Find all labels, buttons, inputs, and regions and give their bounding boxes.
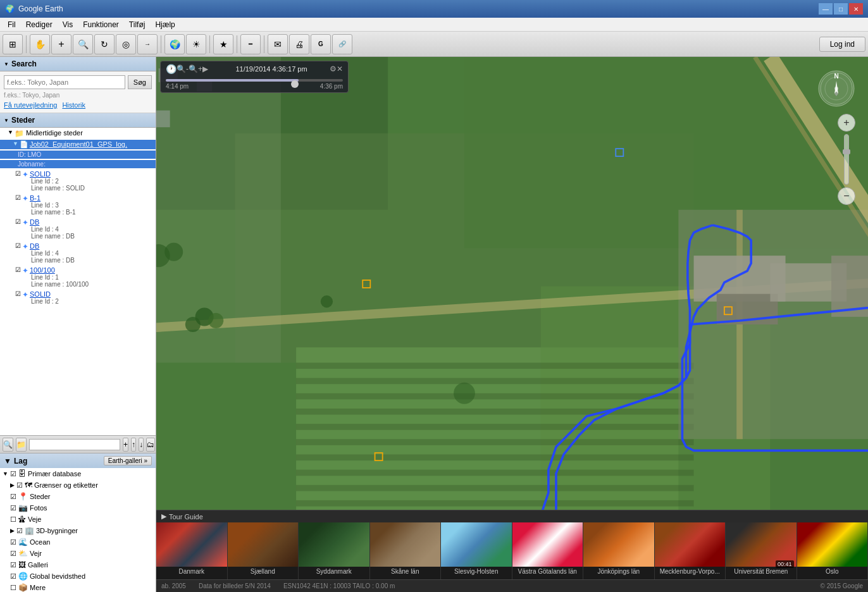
- places-tree[interactable]: ▼ 📁 Midlertidige steder ▼ 📄 Job02_Equipm…: [0, 128, 156, 435]
- folder-button[interactable]: 📁: [16, 438, 27, 452]
- checkbox-icon[interactable]: ☑: [10, 561, 16, 569]
- tilt-button[interactable]: ◎: [116, 34, 136, 54]
- tour-thumb-sjaelland[interactable]: Sjælland: [228, 522, 299, 579]
- layer-3d-buildings[interactable]: ▶ ☑ 🏢 3D-bygninger: [0, 525, 156, 536]
- email-button[interactable]: ✉: [268, 34, 288, 54]
- checkbox-icon[interactable]: ☑: [16, 481, 23, 490]
- layer-places[interactable]: ☑ 📍 Steder: [0, 491, 156, 502]
- view-mode-button[interactable]: ⊞: [3, 34, 23, 54]
- tour-collapse-icon[interactable]: ▶: [161, 512, 166, 521]
- nav-button[interactable]: →: [137, 34, 158, 54]
- map-area[interactable]: 🕐 🔍- 🔍+ ▶ 11/19/2014 4:36:17 pm ⚙ ✕ 4:14…: [156, 57, 868, 592]
- zoom-in-map-button[interactable]: +: [838, 114, 855, 132]
- track-db-1[interactable]: ☑ ✦ DB Line Id : 4 Line name : DB: [0, 218, 156, 240]
- maximize-button[interactable]: □: [834, 3, 848, 15]
- layer-roads[interactable]: ☐ 🛣 Veje: [0, 514, 156, 525]
- track-db-2[interactable]: ☑ ✦ DB Line Id : 4 Line name : DB: [0, 242, 156, 264]
- menu-hjaelp[interactable]: Hjælp: [150, 19, 180, 30]
- checkbox-icon[interactable]: ☑: [15, 194, 21, 201]
- earth-view-button[interactable]: 🌍: [164, 34, 185, 54]
- search-section-header[interactable]: ▼ Search: [0, 57, 156, 71]
- menu-fil[interactable]: Fil: [3, 19, 21, 30]
- checkbox-icon[interactable]: ☑: [15, 170, 21, 177]
- settings-icon[interactable]: ⚙: [330, 65, 337, 73]
- checkbox-icon[interactable]: ☑: [10, 538, 16, 546]
- earth-gallery-button[interactable]: Earth-galleri »: [104, 456, 152, 466]
- menu-funktioner[interactable]: Funktioner: [78, 19, 124, 30]
- compass[interactable]: N: [817, 70, 855, 108]
- checkbox-icon[interactable]: ☐: [10, 515, 16, 524]
- tree-search-input[interactable]: [29, 439, 120, 450]
- checkbox-icon[interactable]: ☑: [15, 242, 21, 249]
- tour-thumb-denmark[interactable]: Danmark: [156, 522, 228, 579]
- zoom-in-time[interactable]: 🔍+: [189, 65, 202, 73]
- checkbox-icon[interactable]: ☑: [10, 493, 16, 501]
- checkbox-icon[interactable]: ☑: [15, 290, 21, 297]
- checkbox-icon[interactable]: ☑: [10, 550, 16, 558]
- track-b1[interactable]: ☑ ✦ B-1 Line Id : 3 Line name : B-1: [0, 194, 156, 216]
- zoom-out-map-button[interactable]: −: [838, 187, 855, 205]
- tour-thumb-slesvig[interactable]: Slesvig-Holsten: [441, 522, 512, 579]
- ruler-button[interactable]: ━: [240, 34, 261, 54]
- tour-thumb-vastgota[interactable]: Västra Götalands län: [512, 522, 584, 579]
- rotate-button[interactable]: ↻: [94, 34, 115, 54]
- layer-primary-db[interactable]: ▼ ☑ 🗄 Primær database: [0, 468, 156, 479]
- time-slider-area[interactable]: [166, 79, 343, 82]
- down-button[interactable]: ↓: [139, 438, 144, 452]
- layer-more[interactable]: ☐ 📦 Mere: [0, 582, 156, 592]
- tour-thumb-jonkoping[interactable]: Jönköpings län: [583, 522, 655, 579]
- zoom-slider-thumb[interactable]: [843, 149, 850, 154]
- time-close-button[interactable]: ✕: [337, 65, 343, 73]
- checkbox-icon[interactable]: ☐: [10, 584, 16, 592]
- layer-ocean[interactable]: ☑ 🌊 Ocean: [0, 536, 156, 548]
- layer-photos[interactable]: ☑ 📷 Fotos: [0, 502, 156, 514]
- track-solid-1[interactable]: ☑ ✦ SOLID Line Id : 2 Line name : SOLID: [0, 170, 156, 192]
- checkbox-icon[interactable]: ☑: [10, 470, 16, 478]
- layers-section-header[interactable]: ▼ Lag Earth-galleri »: [0, 453, 156, 468]
- tour-thumb-bremen[interactable]: 00:41 Universität Bremen: [726, 522, 797, 579]
- places-section-header[interactable]: ▼ Steder: [0, 113, 156, 128]
- layer-weather[interactable]: ☑ ⛅ Vejr: [0, 548, 156, 559]
- zoom-in-button[interactable]: +: [51, 34, 71, 54]
- search-input[interactable]: [4, 75, 125, 89]
- menu-tilfoj[interactable]: Tilføj: [124, 19, 151, 30]
- checkbox-icon[interactable]: ☑: [15, 266, 21, 273]
- time-anim-btn[interactable]: ▶: [202, 65, 208, 73]
- tour-thumb-mecklenburg[interactable]: Mecklenburg-Vorpo...: [655, 522, 726, 579]
- file-job02[interactable]: ▼ 📄 Job02_Equipment01_GPS_log.: [0, 140, 156, 149]
- checkbox-icon[interactable]: ☑: [15, 218, 21, 225]
- menu-rediger[interactable]: Rediger: [21, 19, 58, 30]
- layer-borders[interactable]: ▶ ☑ 🗺 Grænser og etiketter: [0, 479, 156, 491]
- zoom-area-button[interactable]: 🔍: [73, 34, 93, 54]
- time-thumb[interactable]: [291, 80, 299, 88]
- history-link[interactable]: Historik: [62, 101, 85, 109]
- folder-midlertidige[interactable]: ▼ 📁 Midlertidige steder: [0, 128, 156, 139]
- close-button[interactable]: ✕: [849, 3, 863, 15]
- track-100-100[interactable]: ☑ ✦ 100/100 Line Id : 1 Line name : 100/…: [0, 266, 156, 288]
- print-button[interactable]: 🖨: [289, 34, 309, 54]
- tour-thumb-oslo[interactable]: Oslo: [797, 522, 869, 579]
- minimize-button[interactable]: —: [819, 3, 833, 15]
- directions-link[interactable]: Få rutevejledning: [4, 101, 57, 109]
- zoom-out-time[interactable]: 🔍-: [177, 65, 189, 73]
- login-button[interactable]: Log ind: [819, 37, 865, 52]
- folder-new-button[interactable]: 🗂: [146, 438, 155, 452]
- layer-awareness[interactable]: ☑ 🌐 Global bevidsthed: [0, 570, 156, 582]
- pan-button[interactable]: ✋: [30, 34, 50, 54]
- checkbox-icon[interactable]: ☑: [10, 572, 16, 581]
- tour-thumb-skane[interactable]: Skåne län: [370, 522, 442, 579]
- google-button[interactable]: G: [311, 34, 331, 54]
- tour-thumb-syddanmark[interactable]: Syddanmark: [299, 522, 370, 579]
- search-places-button[interactable]: 🔍: [3, 438, 13, 452]
- up-button[interactable]: ↑: [131, 438, 136, 452]
- layer-gallery[interactable]: ☑ 🖼 Galleri: [0, 559, 156, 570]
- checkbox-icon[interactable]: ☑: [10, 504, 16, 512]
- search-button[interactable]: Søg: [128, 75, 152, 89]
- zoom-slider[interactable]: [844, 134, 849, 185]
- add-button[interactable]: +: [123, 438, 128, 452]
- menu-vis[interactable]: Vis: [58, 19, 78, 30]
- track-solid-2[interactable]: ☑ ✦ SOLID Line Id : 2: [0, 290, 156, 305]
- star-button[interactable]: ★: [213, 34, 233, 54]
- link-button[interactable]: 🔗: [332, 34, 352, 54]
- sun-button[interactable]: ☀: [186, 34, 206, 54]
